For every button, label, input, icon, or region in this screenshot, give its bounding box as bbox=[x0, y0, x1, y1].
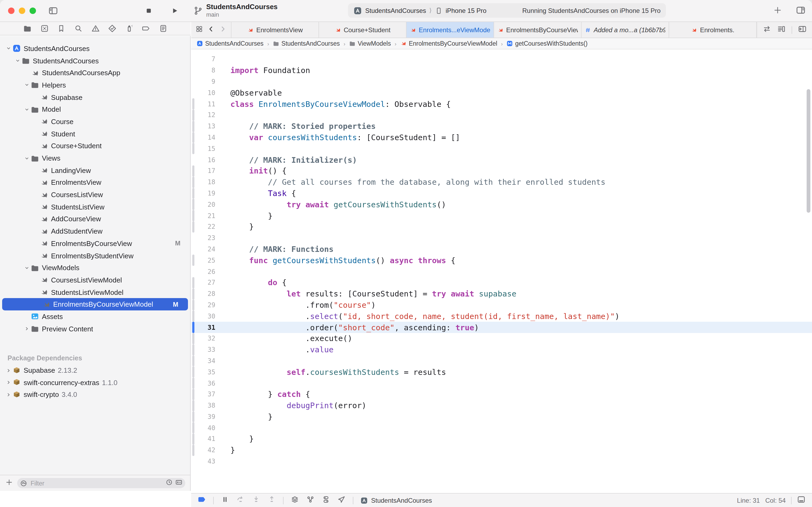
sidebar-item-supabase[interactable]: Supabase bbox=[0, 91, 190, 103]
disclosure-toggle[interactable] bbox=[13, 57, 21, 64]
breadcrumb-item-2[interactable]: ViewModels bbox=[349, 40, 391, 47]
line-number[interactable]: 8 bbox=[191, 67, 215, 74]
line-number[interactable]: 15 bbox=[191, 145, 215, 153]
breakpoints-toggle-button[interactable] bbox=[197, 495, 206, 505]
line-number[interactable]: 28 bbox=[191, 290, 215, 297]
code-line-43[interactable]: 43 bbox=[191, 456, 812, 467]
code-line-16[interactable]: 16 // MARK: Initializer(s) bbox=[191, 154, 812, 165]
code-line-32[interactable]: 32 .execute() bbox=[191, 333, 812, 344]
line-number[interactable]: 16 bbox=[191, 156, 215, 164]
code-line-18[interactable]: 18 // Get all courses from the database,… bbox=[191, 177, 812, 188]
code-line-33[interactable]: 33 .value bbox=[191, 344, 812, 355]
source-control-filter-button[interactable] bbox=[175, 478, 183, 488]
code-line-40[interactable]: 40 bbox=[191, 422, 812, 434]
line-number[interactable]: 30 bbox=[191, 312, 215, 320]
line-number[interactable]: 11 bbox=[191, 100, 215, 108]
line-number[interactable]: 25 bbox=[191, 257, 215, 264]
sidebar-item-enrolmentsbycourseviewmodel[interactable]: EnrolmentsByCourseViewModelM bbox=[2, 298, 188, 311]
line-number[interactable]: 13 bbox=[191, 122, 215, 130]
zoom-window-button[interactable] bbox=[30, 7, 36, 14]
package-item-swift-crypto[interactable]: swift-crypto 3.4.0 bbox=[0, 389, 190, 401]
editor-tab-4[interactable]: Added a mo...a (1b6b7b9) bbox=[582, 22, 669, 38]
line-number[interactable]: 9 bbox=[191, 78, 215, 86]
environment-overrides-button[interactable] bbox=[322, 495, 330, 505]
sidebar-item-views[interactable]: Views bbox=[0, 152, 190, 164]
editor-tab-1[interactable]: Course+Student bbox=[319, 22, 407, 38]
sidebar-item-enrolmentsbystudentview[interactable]: EnrolmentsByStudentView bbox=[0, 249, 190, 262]
line-number[interactable]: 27 bbox=[191, 279, 215, 287]
toggle-inspector-button[interactable] bbox=[796, 5, 806, 17]
sidebar-item-assets[interactable]: Assets bbox=[0, 311, 190, 323]
code-line-34[interactable]: 34 bbox=[191, 355, 812, 367]
code-line-27[interactable]: 27 do { bbox=[191, 277, 812, 288]
disclosure-toggle[interactable] bbox=[4, 45, 12, 52]
sidebar-item-courseslistview[interactable]: CoursesListView bbox=[0, 189, 190, 201]
code-line-30[interactable]: 30 .select("id, short_code, name, studen… bbox=[191, 311, 812, 322]
back-button[interactable] bbox=[207, 25, 215, 35]
code-line-42[interactable]: 42 } bbox=[191, 445, 812, 456]
package-item-swift-concurrency-extras[interactable]: swift-concurrency-extras 1.1.0 bbox=[0, 377, 190, 389]
sidebar-item-preview-content[interactable]: Preview Content bbox=[0, 323, 190, 335]
line-number[interactable]: 31 bbox=[191, 324, 215, 331]
sidebar-item-viewmodels[interactable]: ViewModels bbox=[0, 262, 190, 274]
run-button[interactable] bbox=[169, 5, 180, 16]
close-window-button[interactable] bbox=[8, 7, 14, 14]
navigator-tab-debug[interactable] bbox=[125, 23, 134, 33]
sidebar-item-enrolmentsview[interactable]: EnrolmentsView bbox=[0, 176, 190, 188]
code-line-8[interactable]: 8 import Foundation bbox=[191, 65, 812, 76]
disclosure-toggle[interactable] bbox=[22, 82, 31, 88]
split-editor-button[interactable] bbox=[798, 24, 807, 35]
code-line-35[interactable]: 35 self.coursesWithStudents = results bbox=[191, 367, 812, 378]
stop-button[interactable] bbox=[143, 5, 155, 16]
code-line-12[interactable]: 12 bbox=[191, 110, 812, 121]
recent-files-button[interactable] bbox=[165, 478, 173, 488]
code-line-37[interactable]: 37 } catch { bbox=[191, 389, 812, 400]
line-number[interactable]: 42 bbox=[191, 447, 215, 454]
line-number[interactable]: 24 bbox=[191, 245, 215, 253]
sidebar-item-landingview[interactable]: LandingView bbox=[0, 164, 190, 176]
toggle-navigator-button[interactable] bbox=[47, 5, 59, 16]
code-line-7[interactable]: 7 bbox=[191, 54, 812, 65]
editor-tab-0[interactable]: EnrolmentsView bbox=[231, 22, 319, 38]
navigator-tab-tag[interactable] bbox=[141, 23, 151, 33]
line-number[interactable]: 34 bbox=[191, 357, 215, 365]
code-line-31[interactable]: 31 .order("short_code", ascending: true) bbox=[191, 322, 812, 333]
line-number[interactable]: 36 bbox=[191, 380, 215, 387]
navigator-tab-nav-folder[interactable] bbox=[22, 23, 32, 33]
minimize-window-button[interactable] bbox=[19, 7, 25, 14]
line-number[interactable]: 7 bbox=[191, 56, 215, 63]
line-number[interactable]: 39 bbox=[191, 413, 215, 420]
code-line-24[interactable]: 24 // MARK: Functions bbox=[191, 243, 812, 255]
code-line-13[interactable]: 13 // MARK: Storied properties bbox=[191, 121, 812, 132]
code-line-19[interactable]: 19 Task { bbox=[191, 188, 812, 199]
code-line-23[interactable]: 23 bbox=[191, 233, 812, 244]
filter-input[interactable] bbox=[30, 480, 163, 487]
line-number[interactable]: 22 bbox=[191, 223, 215, 231]
code-line-17[interactable]: 17 init() { bbox=[191, 165, 812, 177]
line-number[interactable]: 38 bbox=[191, 402, 215, 409]
sidebar-item-studentsandcourses[interactable]: StudentsAndCourses bbox=[0, 55, 190, 67]
code-line-10[interactable]: 10 @Observable bbox=[191, 87, 812, 99]
editor-tab-2[interactable]: Enrolments...eViewModel bbox=[407, 22, 494, 38]
code-line-26[interactable]: 26 bbox=[191, 266, 812, 277]
run-destination[interactable]: iPhone 15 Pro bbox=[446, 7, 486, 14]
step-into-button[interactable] bbox=[252, 495, 260, 505]
add-file-button[interactable] bbox=[5, 478, 13, 488]
running-process[interactable]: StudentsAndCourses bbox=[360, 497, 432, 504]
line-number[interactable]: 10 bbox=[191, 89, 215, 97]
sidebar-item-studentsandcoursesapp[interactable]: StudentsAndCoursesApp bbox=[0, 67, 190, 79]
navigator-tab-nav-sc[interactable] bbox=[40, 23, 49, 33]
line-number[interactable]: 29 bbox=[191, 301, 215, 309]
minimap-button[interactable] bbox=[777, 24, 786, 35]
code-line-41[interactable]: 41 } bbox=[191, 434, 812, 445]
disclosure-toggle[interactable] bbox=[22, 326, 31, 332]
navigator-tab-test[interactable] bbox=[107, 23, 117, 33]
code-line-25[interactable]: 25 func getCoursesWithStudents() async t… bbox=[191, 255, 812, 266]
related-items-button[interactable] bbox=[195, 25, 203, 35]
line-number[interactable]: 23 bbox=[191, 234, 215, 242]
forward-button[interactable] bbox=[219, 25, 227, 35]
code-line-9[interactable]: 9 bbox=[191, 76, 812, 87]
sidebar-item-course-student[interactable]: Course+Student bbox=[0, 140, 190, 152]
scrollbar-thumb[interactable] bbox=[807, 89, 810, 213]
editor-tab-5[interactable]: Enrolments. bbox=[669, 22, 757, 38]
